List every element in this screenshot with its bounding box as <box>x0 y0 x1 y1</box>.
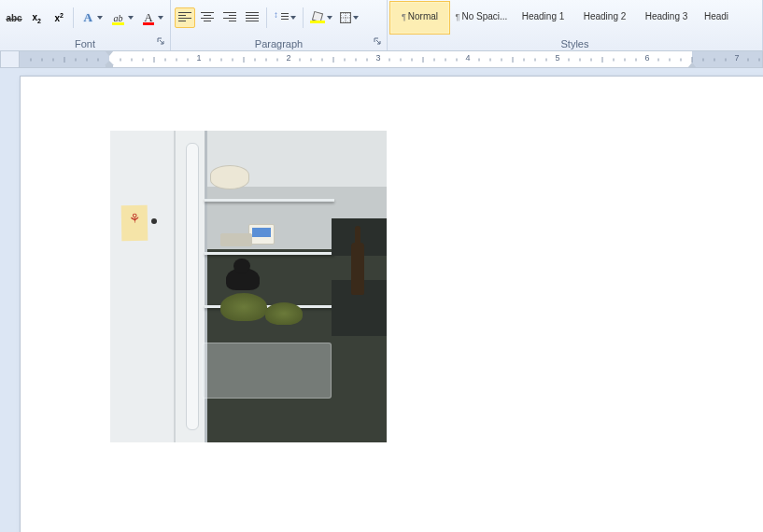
ruler-number: 2 <box>286 53 290 63</box>
separator <box>303 7 304 28</box>
borders-icon <box>340 12 351 23</box>
paragraph-group-label: Paragraph <box>171 38 387 49</box>
ruler-number: 6 <box>644 53 649 63</box>
document-viewport[interactable] <box>0 68 763 532</box>
hanging-indent-marker[interactable] <box>105 61 114 68</box>
chevron-down-icon <box>97 16 103 20</box>
chevron-down-icon <box>290 16 296 20</box>
style-name: Normal <box>408 11 438 21</box>
superscript-button[interactable]: x2 <box>49 7 69 28</box>
style-name: Headi <box>704 11 728 21</box>
font-color-icon: A <box>141 9 156 26</box>
dialog-launcher-icon <box>374 37 381 45</box>
align-left-icon <box>178 12 191 23</box>
align-right-icon <box>223 12 236 23</box>
ribbon-group-font: abc x2 x2 A ab <box>0 0 171 50</box>
highlight-color-button[interactable]: ab <box>107 7 135 28</box>
align-center-button[interactable] <box>197 7 218 28</box>
font-dialog-launcher[interactable] <box>154 35 167 48</box>
strikethrough-icon: abc <box>6 13 21 23</box>
pilcrow-icon: ¶ <box>402 12 406 21</box>
paragraph-dialog-launcher[interactable] <box>371 35 384 48</box>
style-item-normal[interactable]: ¶Normal <box>389 1 450 35</box>
separator <box>266 7 267 28</box>
ruler-number: 7 <box>734 53 739 63</box>
subscript-button[interactable]: x2 <box>26 7 47 28</box>
line-spacing-button[interactable]: ↕ <box>271 7 299 28</box>
style-item-heading-4[interactable]: Headi <box>698 1 735 35</box>
style-item-heading-3[interactable]: Heading 3 <box>636 1 697 35</box>
style-item-no-spacing[interactable]: ¶No Spaci... <box>451 1 512 35</box>
align-center-icon <box>201 12 214 23</box>
text-effects-icon: A <box>80 9 95 26</box>
ruler-number: 4 <box>465 53 470 63</box>
ribbon: abc x2 x2 A ab <box>0 0 763 51</box>
text-effects-button[interactable]: A <box>78 7 106 28</box>
font-group-content: abc x2 x2 A ab <box>0 0 170 35</box>
horizontal-ruler[interactable]: 1234567 <box>20 51 763 68</box>
paint-bucket-icon <box>310 11 325 24</box>
styles-group-label: Styles <box>388 38 762 49</box>
align-justify-icon <box>246 12 259 23</box>
dialog-launcher-icon <box>157 37 164 45</box>
shading-button[interactable] <box>307 7 335 28</box>
borders-button[interactable] <box>337 7 361 28</box>
font-group-label: Font <box>0 38 170 49</box>
ruler-number: 5 <box>555 53 559 63</box>
image-illustration-fridge <box>110 131 387 442</box>
style-name: No Spaci... <box>461 11 507 21</box>
chevron-down-icon <box>128 16 134 20</box>
ruler-number: 1 <box>196 53 201 63</box>
paragraph-group-content: ↕ <box>171 0 387 35</box>
chevron-down-icon <box>158 16 163 20</box>
ruler-number: 3 <box>375 53 380 63</box>
first-line-indent-marker[interactable] <box>105 51 114 56</box>
ruler-row: 1234567 <box>0 51 763 68</box>
inserted-image[interactable] <box>110 131 387 442</box>
align-right-button[interactable] <box>219 7 240 28</box>
styles-gallery[interactable]: ¶Normal ¶No Spaci... Heading 1 Heading 2… <box>388 0 762 35</box>
document-page[interactable] <box>20 76 763 532</box>
style-name: Heading 2 <box>584 11 627 21</box>
subscript-icon: x2 <box>32 12 40 24</box>
ruler-corner <box>0 51 20 68</box>
separator <box>73 7 74 28</box>
font-color-button[interactable]: A <box>138 7 166 28</box>
align-left-button[interactable] <box>175 7 195 28</box>
line-spacing-icon: ↕ <box>274 11 289 24</box>
ribbon-group-styles: ¶Normal ¶No Spaci... Heading 1 Heading 2… <box>388 0 763 50</box>
ruler-ticks: 1234567 <box>20 51 762 67</box>
align-justify-button[interactable] <box>242 7 262 28</box>
style-name: Heading 1 <box>522 11 565 21</box>
pilcrow-icon: ¶ <box>456 12 460 21</box>
highlight-icon: ab <box>110 9 125 26</box>
chevron-down-icon <box>353 16 359 20</box>
superscript-icon: x2 <box>54 12 63 23</box>
style-item-heading-2[interactable]: Heading 2 <box>574 1 635 35</box>
ribbon-group-paragraph: ↕ Paragraph <box>171 0 388 50</box>
chevron-down-icon <box>327 16 332 20</box>
style-item-heading-1[interactable]: Heading 1 <box>513 1 573 35</box>
strikethrough-button[interactable]: abc <box>4 7 24 28</box>
style-name: Heading 3 <box>645 11 688 21</box>
